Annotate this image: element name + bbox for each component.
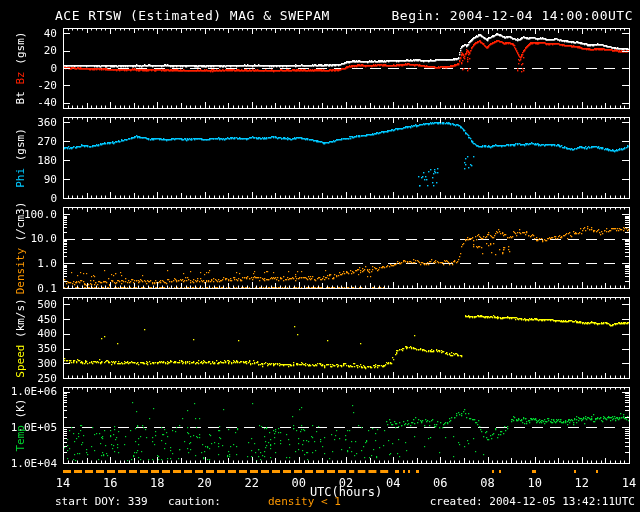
y-tick-label: 0.1 [0,283,57,294]
y-tick-label: 100.0 [0,209,57,220]
y-axis-label-part: Density [14,248,27,294]
y-axis-label-density: Density (/cm3) [15,201,26,294]
y-tick-label: 1.0E+06 [0,386,57,397]
y-axis-label-part: (K) [14,399,27,426]
x-tick-label: 16 [103,477,117,489]
y-axis-label-phi: Phi (gsm) [15,128,26,188]
y-tick-label: 1.0 [0,258,57,269]
y-tick-label: 450 [0,314,57,325]
y-tick-label: 500 [0,299,57,310]
y-tick-label: 40 [0,28,57,39]
page-title: ACE RTSW (Estimated) MAG & SWEPAM [55,9,330,22]
y-axis-label-part: Speed [14,344,27,377]
x-tick-label: 20 [197,477,211,489]
y-tick-label: 400 [0,328,57,339]
y-tick-label: 250 [0,373,57,384]
y-tick-label: 0 [0,193,57,204]
y-axis-label-part: (km/s) [14,298,27,344]
y-axis-label-bt-bz: Bt Bz (gsm) [15,32,26,105]
y-tick-label: 20 [0,45,57,56]
x-tick-label: 14 [56,477,70,489]
y-tick-label: 10.0 [0,233,57,244]
x-tick-label: 14 [622,477,636,489]
chart-canvas [0,0,640,512]
y-axis-label-part: (gsm) [14,32,27,72]
y-tick-label: 1.0E+05 [0,422,57,433]
ace-rtsw-plot: ACE RTSW (Estimated) MAG & SWEPAM Begin:… [0,0,640,512]
created-timestamp: created: 2004-12-05 13:42:11UTC [430,496,635,507]
y-tick-label: 270 [0,136,57,147]
y-axis-label-part: Bz [14,71,27,84]
y-tick-label: 1.0E+04 [0,458,57,469]
x-tick-label: 04 [386,477,400,489]
y-axis-label-part: (/cm3) [14,201,27,247]
x-tick-label: 00 [292,477,306,489]
caution-value: density < 1 [268,496,341,507]
x-tick-label: 02 [339,477,353,489]
x-tick-label: 22 [244,477,258,489]
y-tick-label: -40 [0,97,57,108]
y-tick-label: -20 [0,80,57,91]
y-axis-label-part: Phi [14,167,27,187]
y-tick-label: 0 [0,63,57,74]
y-tick-label: 180 [0,155,57,166]
y-axis-label-speed: Speed (km/s) [15,298,26,377]
y-tick-label: 360 [0,117,57,128]
y-axis-label-temp: Temp (K) [15,399,26,452]
x-tick-label: 18 [150,477,164,489]
y-tick-label: 90 [0,174,57,185]
y-axis-label-part: Temp [14,425,27,452]
y-tick-label: 300 [0,358,57,369]
begin-timestamp: Begin: 2004-12-04 14:00:00UTC [392,9,633,22]
x-tick-label: 06 [433,477,447,489]
x-tick-label: 12 [575,477,589,489]
y-axis-label-part: Bt [14,85,27,105]
caution-label: caution: [168,496,221,507]
x-tick-label: 08 [480,477,494,489]
start-doy-label: start DOY: 339 [55,496,148,507]
y-tick-label: 350 [0,343,57,354]
y-axis-label-part: (gsm) [14,128,27,168]
x-tick-label: 10 [527,477,541,489]
